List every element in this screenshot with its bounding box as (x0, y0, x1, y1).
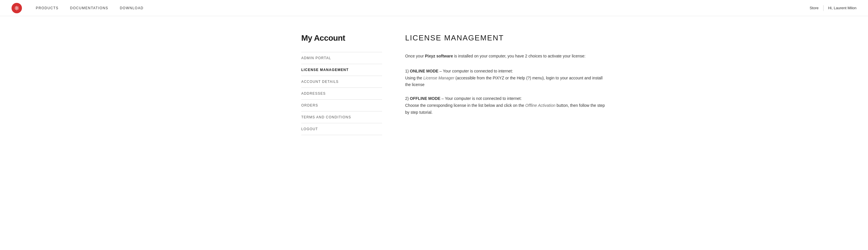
offline-mode-heading: OFFLINE MODE (410, 96, 440, 101)
svg-line-5 (15, 7, 16, 7)
sidebar-item-logout[interactable]: LOGOUT (301, 123, 382, 135)
list-item: LOGOUT (301, 123, 382, 135)
main-nav: PRODUCTS DOCUMENTATIONS DOWNLOAD (36, 6, 810, 10)
nav-products[interactable]: PRODUCTS (36, 6, 59, 10)
offline-mode-suffix: – Your computer is not connected to inte… (440, 96, 522, 101)
offline-mode-line2-pre: Choose the corresponding license in the … (405, 103, 525, 108)
offline-mode-section: 2) OFFLINE MODE – Your computer is not c… (405, 95, 607, 116)
sidebar-item-addresses[interactable]: ADDRESSES (301, 88, 382, 99)
svg-line-8 (15, 9, 16, 9)
nav-download[interactable]: DOWNLOAD (120, 6, 144, 10)
sidebar-item-terms-and-conditions[interactable]: TERMS AND CONDITIONS (301, 112, 382, 123)
header-right: Store Hi, Laurent Milon (810, 5, 857, 11)
list-item: ADDRESSES (301, 88, 382, 99)
offline-activation-italic: Offline Activation (525, 103, 556, 108)
logo[interactable] (11, 3, 22, 13)
sidebar-title: My Account (301, 33, 382, 43)
pixyz-software-bold: Pixyz software (425, 54, 453, 58)
header: PRODUCTS DOCUMENTATIONS DOWNLOAD Store H… (0, 0, 868, 16)
logo-icon (11, 3, 22, 13)
page-title: LICENSE MANAGEMENT (405, 33, 607, 42)
list-item: ADMIN PORTAL (301, 52, 382, 64)
offline-mode-prefix: 2) (405, 96, 410, 101)
svg-line-7 (17, 7, 18, 7)
content-area: LICENSE MANAGEMENT Once your Pixyz softw… (405, 33, 607, 135)
sidebar-item-account-details[interactable]: ACCOUNT DETAILS (301, 76, 382, 88)
content-intro: Once your Pixyz software is installed on… (405, 53, 607, 60)
sidebar-item-license-management[interactable]: LICENSE MANAGEMENT (301, 64, 382, 75)
online-mode-suffix: – Your computer is connected to internet… (438, 69, 513, 73)
sidebar: My Account ADMIN PORTAL LICENSE MANAGEME… (301, 33, 382, 135)
online-mode-text: 1) ONLINE MODE – Your computer is connec… (405, 68, 607, 88)
list-item: LICENSE MANAGEMENT (301, 64, 382, 75)
online-mode-prefix: 1) (405, 69, 410, 73)
offline-mode-text: 2) OFFLINE MODE – Your computer is not c… (405, 95, 607, 116)
license-manager-italic: License Manager (423, 75, 454, 80)
online-mode-line2-pre: Using the (405, 75, 423, 80)
list-item: TERMS AND CONDITIONS (301, 111, 382, 123)
list-item: ACCOUNT DETAILS (301, 75, 382, 88)
list-item: ORDERS (301, 99, 382, 111)
nav-documentations[interactable]: DOCUMENTATIONS (70, 6, 108, 10)
svg-line-6 (17, 9, 18, 9)
online-mode-section: 1) ONLINE MODE – Your computer is connec… (405, 68, 607, 88)
online-mode-heading: ONLINE MODE (410, 69, 438, 73)
store-link[interactable]: Store (810, 6, 819, 10)
sidebar-item-admin-portal[interactable]: ADMIN PORTAL (301, 52, 382, 64)
user-greeting: Hi, Laurent Milon (828, 6, 857, 10)
svg-point-0 (16, 7, 17, 8)
main-layout: My Account ADMIN PORTAL LICENSE MANAGEME… (232, 16, 636, 152)
header-divider (823, 5, 824, 11)
sidebar-nav: ADMIN PORTAL LICENSE MANAGEMENT ACCOUNT … (301, 52, 382, 135)
sidebar-item-orders[interactable]: ORDERS (301, 100, 382, 111)
